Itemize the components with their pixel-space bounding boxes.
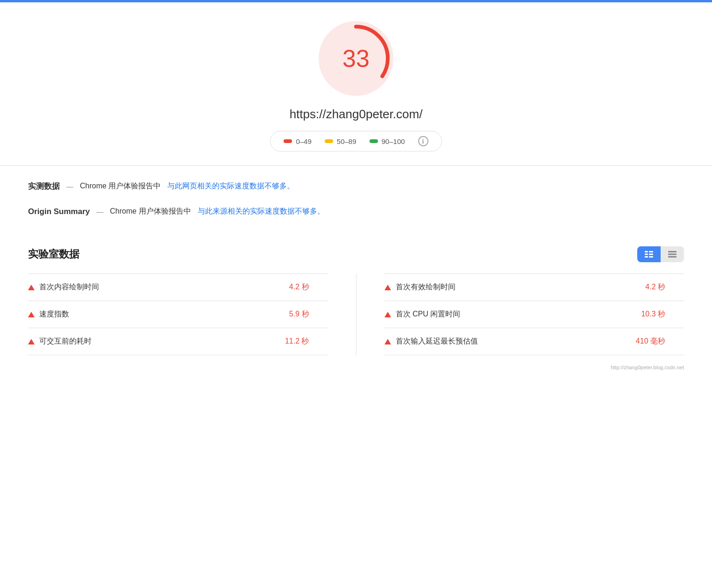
metric-left-tti: 可交互前的耗时 — [28, 337, 279, 346]
metric-row-fci: 首次 CPU 闲置时间 10.3 秒 — [384, 301, 684, 328]
toggle-list-button[interactable] — [661, 246, 684, 262]
metric-left-fil: 首次输入延迟最长预估值 — [384, 337, 630, 346]
legend-label-high: 90–100 — [382, 137, 405, 145]
metric-row-fil: 首次输入延迟最长预估值 410 毫秒 — [384, 328, 684, 355]
warning-icon-si — [28, 312, 35, 317]
warning-icon-tti — [28, 339, 35, 344]
metric-value-fcp: 4.2 秒 — [289, 282, 328, 292]
legend-item-low: 0–49 — [284, 137, 311, 145]
toggle-grid-button[interactable] — [637, 246, 661, 262]
metric-name-fcp: 首次内容绘制时间 — [39, 282, 99, 292]
origin-summary-link[interactable]: 与此来源相关的实际速度数据不够多。 — [198, 207, 325, 216]
metric-value-si: 5.9 秒 — [289, 309, 328, 319]
metric-name-tti: 可交互前的耗时 — [39, 337, 92, 346]
legend-item-high: 90–100 — [370, 137, 405, 145]
svg-rect-8 — [668, 251, 676, 252]
metric-row-fcp: 首次内容绘制时间 4.2 秒 — [28, 273, 328, 301]
svg-rect-9 — [668, 254, 676, 255]
view-toggle — [637, 246, 684, 262]
warning-icon-fmp — [384, 285, 391, 290]
score-section: 33 https://zhang0peter.com/ 0–49 50–89 9… — [0, 2, 712, 165]
origin-summary-separator: — — [96, 208, 103, 215]
origin-summary-row: Origin Summary — Chrome 用户体验报告中 与此来源相关的实… — [28, 207, 684, 216]
legend-label-mid: 50–89 — [337, 137, 356, 145]
field-data-chrome-label: Chrome 用户体验报告中 — [80, 181, 161, 191]
warning-icon-fil — [384, 339, 391, 344]
metric-value-fil: 410 毫秒 — [636, 337, 684, 346]
url-text: https://zhang0peter.com/ — [290, 107, 423, 122]
metric-name-fci: 首次 CPU 闲置时间 — [396, 309, 461, 319]
info-icon[interactable]: ℹ — [418, 136, 428, 146]
metric-left-fcp: 首次内容绘制时间 — [28, 282, 284, 292]
svg-rect-7 — [649, 256, 653, 258]
svg-rect-4 — [645, 256, 648, 258]
svg-rect-3 — [645, 254, 648, 255]
metric-name-fmp: 首次有效绘制时间 — [396, 282, 456, 292]
legend-dot-low — [284, 139, 292, 143]
svg-rect-6 — [649, 254, 653, 255]
legend-dot-mid — [325, 139, 333, 143]
metrics-col-right: 首次有效绘制时间 4.2 秒 首次 CPU 闲置时间 10.3 秒 首次输入延迟… — [366, 273, 684, 355]
field-data-row: 实测数据 — Chrome 用户体验报告中 与此网页相关的实际速度数据不够多。 — [28, 181, 684, 192]
metrics-wrapper: 首次内容绘制时间 4.2 秒 速度指数 5.9 秒 可交互前的耗时 11.2 秒 — [28, 273, 684, 355]
footer-url: http://zhang0peter.blog.csdn.net — [0, 355, 712, 375]
field-data-separator: — — [66, 182, 73, 190]
field-data-label: 实测数据 — [28, 181, 60, 192]
warning-icon-fci — [384, 312, 391, 317]
legend-label-low: 0–49 — [296, 137, 311, 145]
metric-row-fmp: 首次有效绘制时间 4.2 秒 — [384, 273, 684, 301]
field-data-section: 实测数据 — Chrome 用户体验报告中 与此网页相关的实际速度数据不够多。 … — [0, 166, 712, 231]
warning-icon-fcp — [28, 285, 35, 290]
metric-left-fmp: 首次有效绘制时间 — [384, 282, 640, 292]
svg-rect-10 — [668, 256, 676, 258]
svg-rect-2 — [645, 251, 648, 252]
legend-dot-high — [370, 139, 378, 143]
list-icon — [668, 251, 676, 258]
score-number: 33 — [342, 44, 370, 72]
metric-row-tti: 可交互前的耗时 11.2 秒 — [28, 328, 328, 355]
origin-summary-label: Origin Summary — [28, 207, 90, 216]
origin-summary-chrome-label: Chrome 用户体验报告中 — [110, 207, 191, 216]
lab-header: 实验室数据 — [28, 246, 684, 262]
metric-value-tti: 11.2 秒 — [285, 337, 328, 346]
lab-title: 实验室数据 — [28, 247, 79, 261]
col-divider — [356, 273, 356, 355]
legend-box: 0–49 50–89 90–100 ℹ — [270, 131, 441, 151]
metric-name-si: 速度指数 — [39, 309, 69, 319]
gauge-container: 33 — [319, 21, 393, 96]
metric-value-fci: 10.3 秒 — [641, 309, 684, 319]
metric-left-fci: 首次 CPU 闲置时间 — [384, 309, 636, 319]
metrics-col-left: 首次内容绘制时间 4.2 秒 速度指数 5.9 秒 可交互前的耗时 11.2 秒 — [28, 273, 347, 355]
lab-section: 实验室数据 — [0, 231, 712, 355]
legend-item-mid: 50–89 — [325, 137, 356, 145]
metric-name-fil: 首次输入延迟最长预估值 — [396, 337, 478, 346]
svg-rect-5 — [649, 251, 653, 252]
metric-value-fmp: 4.2 秒 — [645, 282, 684, 292]
field-data-link[interactable]: 与此网页相关的实际速度数据不够多。 — [167, 181, 294, 191]
metric-row-si: 速度指数 5.9 秒 — [28, 301, 328, 328]
grid-icon — [645, 251, 653, 258]
metric-left-si: 速度指数 — [28, 309, 284, 319]
